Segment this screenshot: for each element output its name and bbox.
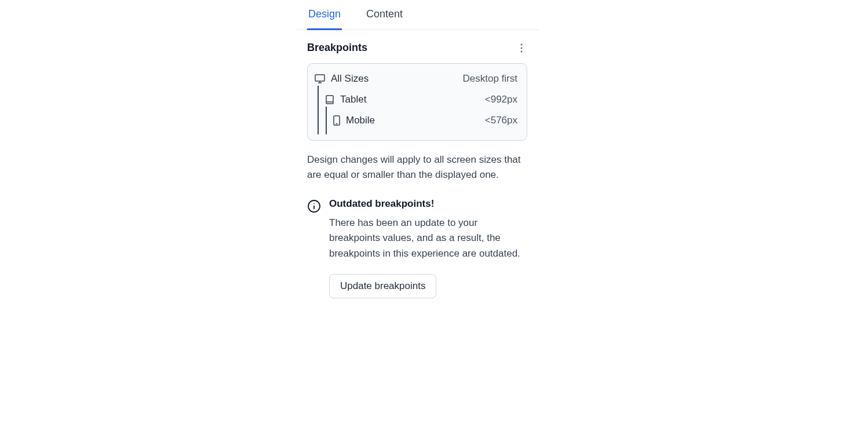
svg-point-0 [521, 43, 523, 45]
svg-point-1 [521, 47, 523, 49]
more-vertical-icon[interactable] [516, 42, 527, 54]
info-icon [307, 199, 321, 215]
svg-rect-3 [315, 75, 324, 81]
tab-bar: Design Content [296, 0, 539, 30]
breakpoint-row-all-sizes[interactable]: All Sizes Desktop first [315, 73, 517, 89]
tab-design[interactable]: Design [307, 0, 342, 30]
breakpoint-label: Mobile [346, 115, 375, 126]
svg-rect-6 [326, 96, 333, 104]
tab-content[interactable]: Content [365, 0, 404, 30]
update-breakpoints-button[interactable]: Update breakpoints [329, 274, 436, 298]
desktop-icon [315, 74, 325, 83]
breakpoints-section: Breakpoints [296, 30, 539, 310]
svg-point-12 [313, 203, 315, 204]
breakpoint-label: Tablet [340, 94, 366, 105]
svg-point-2 [521, 50, 523, 52]
notice-title: Outdated breakpoints! [329, 198, 527, 210]
design-panel: Design Content Breakpoints [296, 0, 539, 310]
breakpoint-row-tablet[interactable]: Tablet <992px [315, 89, 517, 110]
breakpoints-card: All Sizes Desktop first Tablet <992px [307, 63, 527, 141]
breakpoint-value: <576px [485, 115, 517, 126]
tablet-icon [325, 95, 334, 104]
outdated-notice: Outdated breakpoints! There has been an … [307, 198, 527, 298]
breakpoints-description: Design changes will apply to all screen … [307, 152, 527, 182]
mobile-icon [333, 115, 340, 126]
notice-text: There has been an update to your breakpo… [329, 215, 527, 261]
breakpoint-strategy: Desktop first [463, 73, 517, 85]
section-header: Breakpoints [307, 42, 527, 54]
section-title: Breakpoints [307, 42, 367, 54]
breakpoint-label: All Sizes [331, 73, 369, 85]
breakpoint-row-mobile[interactable]: Mobile <576px [315, 110, 517, 131]
breakpoint-value: <992px [485, 94, 517, 105]
